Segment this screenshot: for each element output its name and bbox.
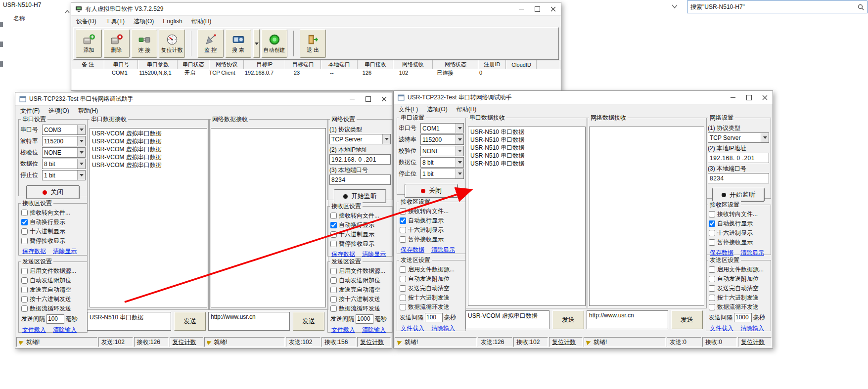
minimize-button[interactable] (725, 91, 741, 104)
auto-append-checkbox[interactable]: 自动发送附加位 (20, 276, 86, 285)
menu-help[interactable]: 帮助(H) (191, 17, 212, 26)
baud-rate-select[interactable]: 115200 (420, 134, 464, 145)
menu-options[interactable]: 选项(O) (48, 107, 69, 115)
network-send-button[interactable]: 发送 (671, 310, 703, 329)
auto-append-checkbox[interactable]: 自动发送附加位 (708, 274, 769, 284)
collapse-chevron-icon[interactable] (65, 8, 70, 15)
hex-send-checkbox[interactable]: 按十六进制发送 (329, 295, 391, 304)
chevron-down-icon[interactable] (77, 125, 85, 134)
clear-after-send-checkbox[interactable]: 发送完自动清空 (329, 285, 391, 295)
close-button[interactable] (757, 91, 773, 104)
chevron-down-icon[interactable] (77, 171, 85, 180)
local-port-input[interactable]: 8234 (329, 174, 391, 185)
network-send-input[interactable]: http://www.usr.cn (208, 312, 290, 331)
maximize-button[interactable] (360, 92, 376, 105)
stopbits-select[interactable]: 1 bit (42, 170, 86, 180)
reset-count-button[interactable]: 复位计数 (159, 29, 185, 58)
local-ip-input[interactable]: 192.168. 0 .201 (708, 153, 769, 163)
network-send-button[interactable]: 发送 (293, 312, 324, 331)
pause-recv-checkbox[interactable]: 暂停接收显示 (708, 238, 769, 247)
search-dropdown-arrow[interactable] (253, 29, 260, 58)
hex-send-checkbox[interactable]: 按十六进制发送 (399, 293, 464, 303)
databits-select[interactable]: 8 bit (42, 159, 86, 169)
chevron-down-icon[interactable] (77, 148, 85, 157)
serial-port-select[interactable]: COM3 (42, 125, 86, 135)
clear-after-send-checkbox[interactable]: 发送完自动清空 (20, 285, 86, 295)
vcom-titlebar[interactable]: 有人虚拟串口软件 V3.7.2.529 (71, 2, 561, 16)
clear-input-link[interactable]: 清除输入 (53, 326, 77, 334)
explorer-name-column-header[interactable]: 名称 (13, 14, 25, 23)
monitor-button[interactable]: 监 控 (197, 29, 224, 58)
pause-recv-checkbox[interactable]: 暂停接收显示 (399, 235, 464, 244)
menu-device[interactable]: 设备(D) (76, 17, 96, 26)
autocreate-button[interactable]: 自动创建 (261, 29, 287, 58)
databits-select[interactable]: 8 bit (420, 157, 464, 168)
minimize-button[interactable] (513, 2, 529, 15)
hex-display-checkbox[interactable]: 十六进制显示 (708, 228, 769, 238)
load-file-link[interactable]: 文件载入 (22, 326, 46, 334)
menu-english[interactable]: English (163, 18, 182, 25)
loop-send-checkbox[interactable]: 数据流循环发送 (329, 304, 391, 313)
load-file-link[interactable]: 文件载入 (331, 326, 355, 334)
auto-wrap-checkbox[interactable]: 自动换行显示 (708, 219, 769, 228)
recv-to-file-checkbox[interactable]: 接收转向文件... (708, 210, 769, 219)
auto-wrap-checkbox[interactable]: 自动换行显示 (329, 220, 391, 230)
save-data-link[interactable]: 保存数据 (22, 247, 46, 256)
stopbits-select[interactable]: 1 bit (420, 169, 464, 179)
save-data-link[interactable]: 保存数据 (401, 246, 424, 254)
connect-button[interactable]: 连 接 (131, 29, 157, 58)
search-input[interactable] (687, 3, 855, 11)
menu-file[interactable]: 文件(F) (20, 107, 40, 115)
clear-display-link[interactable]: 清除显示 (53, 247, 77, 256)
network-send-input[interactable]: http://www.usr.cn (587, 310, 668, 329)
network-reset-count-link[interactable]: 复位计数 (738, 337, 772, 347)
titlebar[interactable]: USR-TCP232-Test 串口转网络调试助手 (15, 92, 392, 106)
serial-receive-area[interactable]: USR-N510 串口数据 USR-N510 串口数据 USR-N510 串口数… (468, 127, 586, 306)
close-serial-button[interactable]: 关闭 (26, 185, 80, 199)
add-port-button[interactable]: 添加 (76, 29, 102, 58)
auto-wrap-checkbox[interactable]: 自动换行显示 (20, 217, 86, 227)
interval-input[interactable]: 100 (425, 313, 443, 322)
chevron-down-icon[interactable] (456, 158, 463, 167)
serial-reset-count-link[interactable]: 复位计数 (549, 337, 583, 347)
interval-input[interactable]: 1000 (356, 314, 373, 324)
hex-display-checkbox[interactable]: 十六进制显示 (329, 230, 391, 239)
chevron-down-icon[interactable] (382, 134, 390, 144)
network-reset-count-link[interactable]: 复位计数 (357, 337, 391, 347)
menu-help[interactable]: 帮助(H) (457, 105, 477, 114)
chevron-down-icon[interactable] (456, 169, 463, 178)
serial-port-select[interactable]: COM1 (420, 123, 464, 133)
chevron-down-icon[interactable] (456, 146, 463, 156)
serial-receive-area[interactable]: USR-VCOM 虚拟串口数据 USR-VCOM 虚拟串口数据 USR-VCOM… (90, 128, 207, 307)
hex-display-checkbox[interactable]: 十六进制显示 (20, 227, 86, 236)
serial-reset-count-link[interactable]: 复位计数 (170, 337, 203, 347)
close-button[interactable] (545, 2, 561, 15)
exit-button[interactable]: 退 出 (300, 29, 326, 58)
loop-send-checkbox[interactable]: 数据流循环发送 (20, 304, 86, 313)
network-receive-area[interactable] (211, 128, 326, 307)
chevron-down-icon[interactable] (456, 135, 463, 144)
start-listen-button[interactable]: 开始监听 (712, 188, 765, 202)
clear-after-send-checkbox[interactable]: 发送完自动清空 (399, 284, 464, 293)
pause-recv-checkbox[interactable]: 暂停接收显示 (329, 239, 391, 249)
parity-select[interactable]: NONE (420, 146, 464, 156)
hex-send-checkbox[interactable]: 按十六进制发送 (20, 295, 86, 304)
maximize-button[interactable] (529, 2, 545, 15)
chevron-down-icon[interactable] (77, 159, 85, 169)
menu-help[interactable]: 帮助(H) (78, 107, 98, 115)
close-serial-button[interactable]: 关闭 (405, 184, 458, 198)
auto-append-checkbox[interactable]: 自动发送附加位 (329, 276, 391, 285)
menu-file[interactable]: 文件(F) (399, 105, 418, 114)
serial-send-input[interactable]: USR-N510 串口数据 (87, 312, 171, 331)
hex-display-checkbox[interactable]: 十六进制显示 (399, 225, 464, 235)
clear-display-link[interactable]: 清除显示 (431, 246, 455, 254)
auto-append-checkbox[interactable]: 自动发送附加位 (399, 274, 464, 284)
recv-to-file-checkbox[interactable]: 接收转向文件... (329, 211, 391, 220)
parity-select[interactable]: NONE (42, 147, 86, 158)
close-button[interactable] (376, 92, 392, 105)
chevron-down-icon[interactable] (456, 124, 463, 133)
search-device-button[interactable]: 搜 索 (225, 29, 251, 58)
serial-send-input[interactable]: USR-VCOM 虚拟串口数据 (465, 310, 549, 329)
load-file-link[interactable]: 文件载入 (401, 324, 424, 333)
local-ip-input[interactable]: 192.168. 0 .201 (329, 154, 391, 165)
